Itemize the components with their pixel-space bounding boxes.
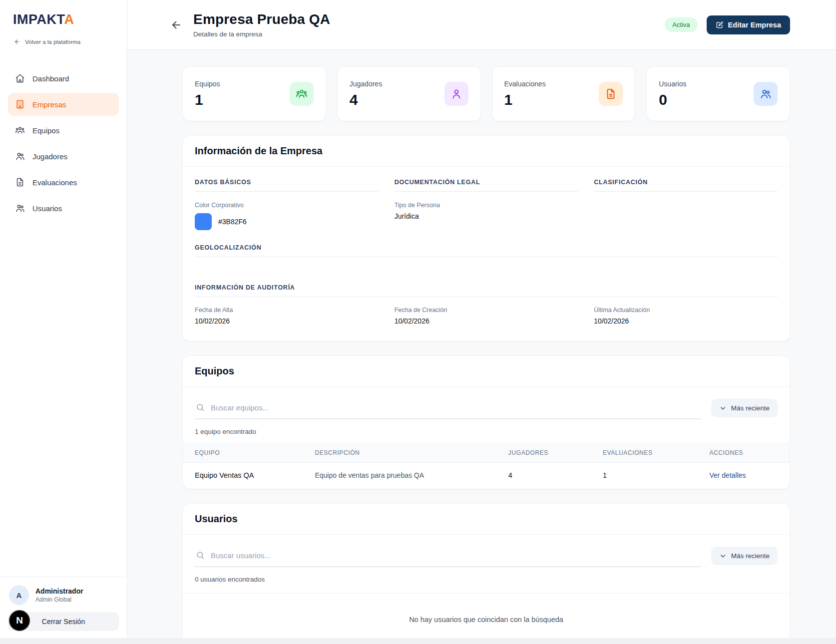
- arrow-left-icon: [170, 19, 182, 31]
- audit-field-label: Fecha de Alta: [195, 307, 379, 314]
- equipos-count: 1 equipo encontrado: [195, 428, 778, 435]
- equipos-sort-button[interactable]: Más reciente: [711, 399, 778, 417]
- equipos-table-header: EQUIPO DESCRIPCIÓN JUGADORES EVALUACIONE…: [183, 443, 790, 463]
- section-heading: DOCUMENTACIÓN LEGAL: [395, 179, 578, 192]
- edit-company-label: Editar Empresa: [728, 21, 781, 29]
- equipos-sort-label: Más reciente: [731, 404, 770, 412]
- edit-pencil-icon: [716, 21, 724, 29]
- audit-field: Última Actualización 10/02/2026: [594, 307, 778, 325]
- cell-jugadores: 4: [508, 471, 603, 479]
- stat-card-usuarios: Usuarios 0: [646, 66, 790, 121]
- color-corporativo-label: Color Corporativo: [195, 202, 379, 209]
- document-icon: [599, 82, 623, 106]
- stat-value: 1: [504, 91, 546, 108]
- back-to-platform-link[interactable]: Volver a la plataforma: [14, 38, 119, 45]
- audit-field: Fecha de Creación 10/02/2026: [395, 307, 578, 325]
- color-hex-value: #3B82F6: [218, 218, 247, 226]
- stats-row: Equipos 1 Jugadores 4 Evaluaciones: [182, 66, 790, 121]
- section-heading: INFORMACIÓN DE AUDITORÍA: [195, 284, 778, 297]
- sidebar-item-dashboard[interactable]: Dashboard: [8, 67, 119, 90]
- main-content: Empresa Prueba QA Detalles de la empresa…: [127, 0, 836, 644]
- usuarios-sort-button[interactable]: Más reciente: [711, 547, 778, 565]
- cell-evaluaciones: 1: [603, 471, 710, 479]
- sidebar-item-label: Evaluaciones: [32, 178, 77, 187]
- sidebar-item-jugadores[interactable]: Jugadores: [8, 145, 119, 168]
- page-subtitle: Detalles de la empresa: [193, 30, 330, 38]
- column-header: DESCRIPCIÓN: [315, 449, 508, 456]
- stat-value: 1: [195, 91, 220, 108]
- usuarios-search-input[interactable]: [211, 551, 700, 560]
- sidebar-item-evaluaciones[interactable]: Evaluaciones: [8, 171, 119, 194]
- avatar: A: [9, 585, 29, 605]
- usuarios-sort-label: Más reciente: [731, 552, 770, 560]
- stat-label: Usuarios: [659, 80, 686, 88]
- section-clasificacion: CLASIFICACIÓN: [594, 179, 778, 230]
- column-header: EVALUACIONES: [603, 449, 710, 456]
- company-info-card: Información de la Empresa DATOS BÁSICOS …: [182, 135, 790, 341]
- equipos-title: Equipos: [195, 365, 778, 377]
- section-heading: CLASIFICACIÓN: [594, 179, 778, 192]
- stat-label: Equipos: [195, 80, 220, 88]
- sidebar-item-label: Dashboard: [32, 74, 69, 83]
- users-icon: [15, 203, 25, 213]
- back-link-label: Volver a la plataforma: [25, 39, 80, 45]
- team-icon: [15, 125, 25, 135]
- section-heading: GEOLOCALIZACIÓN: [195, 244, 778, 257]
- audit-field: Fecha de Alta 10/02/2026: [195, 307, 379, 325]
- color-swatch: [195, 213, 212, 230]
- audit-field-label: Última Actualización: [594, 307, 778, 314]
- stat-card-jugadores: Jugadores 4: [337, 66, 481, 121]
- tipo-persona-label: Tipo de Persona: [395, 202, 578, 209]
- building-icon: [15, 99, 25, 109]
- stat-label: Evaluaciones: [504, 80, 546, 88]
- status-badge: Activa: [665, 17, 697, 32]
- current-user: A Administrador Admin Global: [8, 585, 119, 605]
- usuarios-search-box: [195, 547, 701, 567]
- usuarios-card: Usuarios Más reciente: [182, 503, 790, 644]
- edit-company-button[interactable]: Editar Empresa: [707, 15, 790, 34]
- section-heading: DATOS BÁSICOS: [195, 179, 379, 192]
- section-datos-basicos: DATOS BÁSICOS Color Corporativo #3B82F6: [195, 179, 379, 230]
- section-auditoria: INFORMACIÓN DE AUDITORÍA Fecha de Alta 1…: [195, 284, 778, 329]
- sidebar: IMPAKTA Volver a la plataforma Dashboard…: [0, 0, 127, 638]
- sidebar-item-empresas[interactable]: Empresas: [8, 93, 119, 116]
- stat-label: Jugadores: [350, 80, 382, 88]
- table-row: Equipo Ventas QA Equipo de ventas para p…: [183, 463, 790, 489]
- users-icon: [754, 82, 778, 106]
- sidebar-nav: Dashboard Empresas Equipos Jugadores Eva…: [8, 67, 119, 220]
- audit-field-value: 10/02/2026: [195, 317, 379, 325]
- sidebar-item-label: Equipos: [32, 126, 59, 135]
- user-role: Admin Global: [35, 596, 83, 603]
- ver-detalles-link[interactable]: Ver detalles: [709, 471, 778, 479]
- equipos-search-box: [195, 399, 701, 419]
- back-button[interactable]: [168, 17, 184, 33]
- column-header: JUGADORES: [508, 449, 603, 456]
- page-title: Empresa Prueba QA: [193, 11, 330, 27]
- stat-card-evaluaciones: Evaluaciones 1: [492, 66, 636, 121]
- section-geolocalizacion: GEOLOCALIZACIÓN: [195, 244, 778, 270]
- sidebar-footer: A Administrador Admin Global Cerrar Sesi…: [0, 577, 127, 631]
- usuarios-count: 0 usuarios encontrados: [195, 576, 778, 583]
- search-icon: [196, 551, 205, 560]
- logo-text-accent: A: [64, 12, 74, 27]
- search-icon: [196, 403, 205, 412]
- horizontal-scrollbar[interactable]: [0, 638, 836, 644]
- usuarios-title: Usuarios: [195, 513, 778, 525]
- sidebar-item-usuarios[interactable]: Usuarios: [8, 197, 119, 220]
- audit-field-value: 10/02/2026: [594, 317, 778, 325]
- team-icon: [290, 82, 314, 106]
- arrow-left-icon: [14, 38, 20, 45]
- nextjs-dev-badge[interactable]: N: [9, 610, 30, 631]
- sidebar-item-equipos[interactable]: Equipos: [8, 119, 119, 142]
- chevron-down-icon: [719, 552, 727, 560]
- company-info-title: Información de la Empresa: [195, 145, 778, 157]
- column-header: ACCIONES: [709, 449, 778, 456]
- document-icon: [15, 177, 25, 187]
- player-icon: [444, 82, 468, 106]
- stat-card-equipos: Equipos 1: [182, 66, 326, 121]
- chevron-down-icon: [719, 404, 727, 412]
- sidebar-item-label: Jugadores: [32, 152, 67, 161]
- sidebar-item-label: Empresas: [32, 100, 66, 109]
- home-icon: [15, 73, 25, 83]
- equipos-search-input[interactable]: [211, 403, 700, 412]
